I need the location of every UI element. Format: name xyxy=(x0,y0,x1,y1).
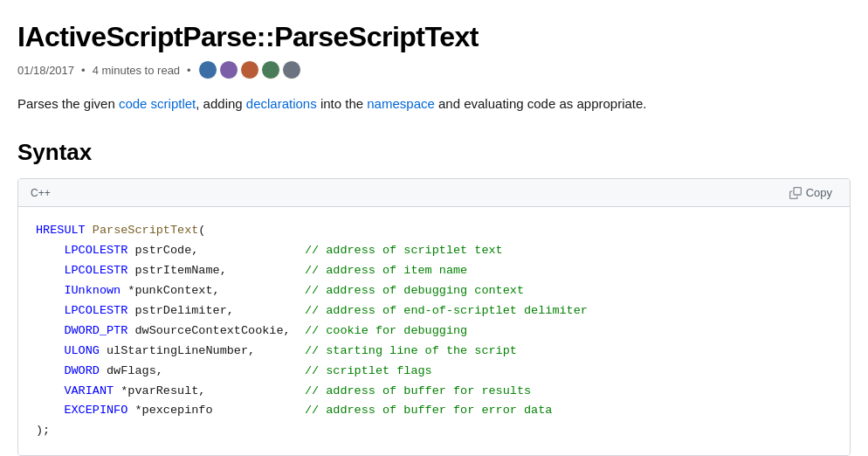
code-language-label: C++ xyxy=(31,187,51,199)
syntax-heading: Syntax xyxy=(17,139,851,166)
read-time: 4 minutes to read xyxy=(93,64,180,77)
avatar-4 xyxy=(261,60,280,79)
avatar-5 xyxy=(282,60,301,79)
publish-date: 01/18/2017 xyxy=(17,64,74,77)
code-block: C++ Copy HRESULT ParseScriptText( LPCOLE… xyxy=(17,178,851,456)
avatar-3 xyxy=(240,60,259,79)
avatar-2 xyxy=(219,60,238,79)
copy-label: Copy xyxy=(806,186,832,199)
copy-icon xyxy=(789,187,802,199)
code-body: HRESULT ParseScriptText( LPCOLESTR pstrC… xyxy=(18,207,850,455)
page-title: IActiveScriptParse::ParseScriptText xyxy=(17,21,851,53)
copy-button[interactable]: Copy xyxy=(784,184,837,201)
code-content: HRESULT ParseScriptText( LPCOLESTR pstrC… xyxy=(36,221,832,441)
meta-separator: • xyxy=(81,64,86,77)
meta-row: 01/18/2017 • 4 minutes to read • xyxy=(17,60,851,79)
code-scriptlet-link[interactable]: code scriptlet xyxy=(119,96,196,111)
namespace-link[interactable]: namespace xyxy=(367,96,435,111)
avatar-1 xyxy=(198,60,217,79)
contributors-avatars xyxy=(198,60,301,79)
description: Parses the given code scriptlet, adding … xyxy=(17,93,851,114)
meta-separator-2: • xyxy=(187,64,191,77)
code-header: C++ Copy xyxy=(18,179,850,207)
declarations-link[interactable]: declarations xyxy=(246,96,317,111)
